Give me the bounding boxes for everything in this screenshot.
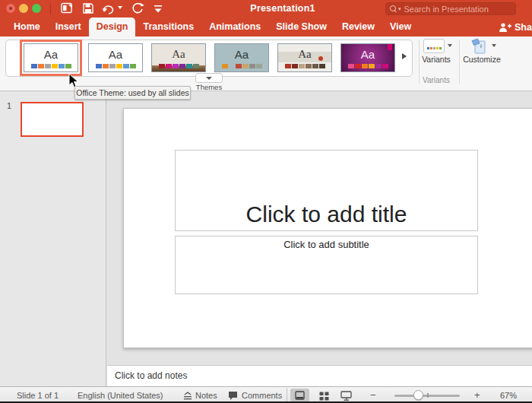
chevron-down-icon — [206, 77, 212, 80]
comments-toggle[interactable]: Comments — [242, 391, 282, 400]
theme-accent-dot — [318, 56, 323, 61]
tab-animations[interactable]: Animations — [201, 17, 268, 36]
slideshow-view-icon[interactable] — [340, 391, 352, 401]
tab-insert[interactable]: Insert — [48, 17, 89, 36]
theme-gallery: AaAaAaAaAaAa — [5, 40, 413, 77]
theme-color-swatches — [278, 64, 331, 68]
slide-thumbnail-panel: 1 — [0, 92, 106, 386]
theme-thumbnail[interactable]: Aa — [24, 43, 78, 72]
theme-aa-label: Aa — [361, 49, 375, 60]
share-label: Share — [515, 22, 532, 33]
gallery-next-arrow[interactable] — [402, 53, 407, 59]
variants-button[interactable] — [423, 39, 445, 53]
title-placeholder[interactable]: Click to add title — [175, 150, 478, 231]
search-icon — [390, 5, 397, 13]
ribbon: AaAaAaAaAaAa Themes Variants Variants Cu… — [0, 36, 532, 91]
language-status[interactable]: English (United States) — [78, 391, 163, 400]
customize-dropdown-icon[interactable] — [492, 44, 496, 47]
tooltip: Office Theme: used by all slides — [74, 86, 191, 100]
slide-sorter-view-icon[interactable] — [319, 392, 329, 401]
tab-slide-show[interactable]: Slide Show — [268, 17, 334, 36]
variants-swatches — [424, 47, 444, 49]
theme-thumbnail[interactable]: Aa — [340, 43, 395, 72]
theme-aa-label: Aa — [109, 49, 122, 60]
theme-color-swatches — [152, 64, 205, 68]
theme-aa-label: Aa — [172, 49, 185, 60]
theme-thumbnail[interactable]: Aa — [151, 43, 206, 72]
theme-aa-label: Aa — [298, 49, 312, 60]
zoom-slider-tick — [427, 393, 429, 398]
theme-aa-label: Aa — [235, 49, 249, 60]
search-scope-chevron-icon: ▾ — [398, 6, 401, 12]
zoom-out-button[interactable]: − — [370, 389, 376, 401]
variants-button-label: Variants — [418, 55, 454, 64]
variants-dropdown-icon[interactable] — [448, 44, 452, 47]
themes-group-label: Themes — [192, 83, 226, 91]
themes-gallery-expand-button[interactable] — [195, 73, 223, 83]
theme-color-swatches — [24, 64, 78, 68]
theme-color-swatches — [341, 64, 394, 68]
notes-icon — [183, 392, 192, 400]
normal-view-icon — [295, 391, 305, 400]
comments-icon — [228, 391, 238, 401]
title-bar: Presentation1 ▾ Search in Presentation — [0, 0, 532, 17]
zoom-in-button[interactable]: + — [474, 389, 480, 401]
notes-pane[interactable]: Click to add notes — [107, 365, 532, 386]
slide-number: 1 — [7, 101, 11, 110]
search-placeholder: Search in Presentation — [404, 5, 489, 14]
share-person-icon — [499, 22, 511, 33]
slide-thumbnail[interactable] — [21, 102, 84, 137]
separator — [287, 388, 287, 403]
theme-thumbnail[interactable]: Aa — [88, 43, 143, 72]
zoom-percentage[interactable]: 67% — [500, 391, 517, 400]
ribbon-tab-bar: HomeInsertDesignTransitionsAnimationsSli… — [0, 17, 532, 36]
zoom-slider-thumb[interactable] — [413, 390, 423, 400]
theme-aa-label: Aa — [44, 49, 58, 60]
tab-review[interactable]: Review — [334, 17, 382, 36]
variants-group-label: Variants — [418, 76, 454, 84]
tab-transitions[interactable]: Transitions — [135, 17, 201, 36]
slide-editor-area: Click to add title Click to add subtitle — [107, 92, 532, 365]
tab-home[interactable]: Home — [6, 17, 48, 36]
theme-color-swatches — [89, 64, 142, 68]
slide-count: Slide 1 of 1 — [17, 391, 59, 400]
subtitle-placeholder[interactable]: Click to add subtitle — [175, 236, 478, 294]
theme-corner-accent — [388, 44, 392, 50]
notes-toggle[interactable]: Notes — [195, 391, 217, 400]
search-input[interactable]: ▾ Search in Presentation — [385, 2, 516, 15]
theme-color-swatches — [215, 64, 268, 68]
theme-thumbnail[interactable]: Aa — [277, 43, 332, 72]
customize-icon[interactable] — [470, 38, 489, 54]
slide-canvas[interactable]: Click to add title Click to add subtitle — [123, 108, 532, 348]
mouse-cursor — [68, 73, 79, 88]
customize-button-label: Customize — [459, 55, 505, 64]
tab-view[interactable]: View — [382, 17, 419, 36]
status-bar: Slide 1 of 1 English (United States) Not… — [0, 386, 532, 403]
theme-thumbnail[interactable]: Aa — [214, 43, 269, 72]
share-button[interactable]: Share — [499, 17, 532, 36]
tab-design[interactable]: Design — [89, 17, 136, 36]
